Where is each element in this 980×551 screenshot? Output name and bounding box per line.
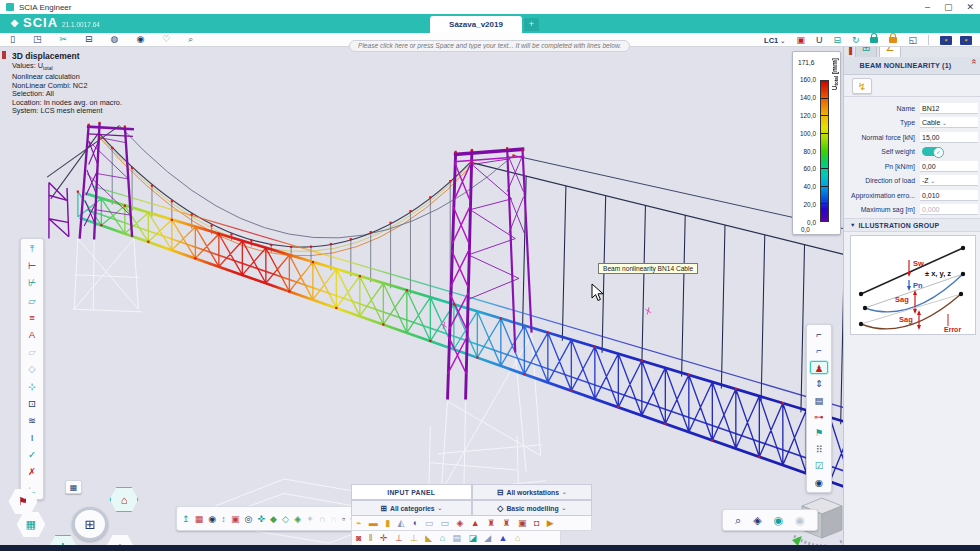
check-icon[interactable]: ✓ — [23, 448, 41, 461]
slab-edge-icon[interactable]: ◣ — [425, 531, 432, 545]
panel-tool-icon[interactable]: ▭ — [425, 516, 434, 530]
solid-icon[interactable]: ◇ — [23, 362, 41, 375]
eu-flag-icon-2[interactable]: ✶ — [960, 36, 972, 45]
section-icon[interactable]: I — [23, 431, 41, 444]
support-tool-icon[interactable]: ▣ — [518, 516, 527, 530]
arrow-tool-icon[interactable]: ▶ — [547, 516, 554, 530]
select-box-icon[interactable]: ☑ — [810, 459, 828, 472]
building-icon[interactable]: ▦ — [16, 511, 46, 538]
house-tool-icon[interactable]: ⌂ — [440, 531, 445, 545]
print-icon[interactable]: ⊟ — [85, 33, 93, 46]
plate-tool-icon[interactable]: ◇ — [282, 514, 289, 524]
property-value[interactable]: 15,00 — [920, 132, 978, 143]
panel-tool-icon[interactable]: ▫ — [342, 514, 345, 524]
box-tool-icon[interactable]: ▣ — [231, 514, 240, 524]
illustration-group-header[interactable]: ▼ ILLUSTRATION GROUP — [844, 218, 980, 232]
property-value[interactable]: BN12 — [920, 103, 978, 114]
copy-icon[interactable]: ▱ — [23, 294, 41, 307]
node-support-icon[interactable]: ⊥ — [410, 531, 418, 545]
collapse-panel-icon[interactable]: « — [969, 59, 979, 73]
visibility-icon[interactable]: ◉ — [136, 33, 144, 46]
disabled-tool-icon-3[interactable]: ∩ — [330, 514, 336, 524]
copy-lock-icon[interactable] — [870, 33, 878, 47]
modelling-select[interactable]: ◇ Basic modelling ⌄ — [472, 500, 593, 516]
property-value[interactable]: on — [920, 146, 978, 157]
roof-tool-icon[interactable]: ◈ — [457, 516, 464, 530]
wall-tool-icon[interactable]: ◖ — [412, 516, 417, 530]
ring-tool-icon[interactable]: ◎ — [245, 514, 253, 524]
storey-icon[interactable]: ▤ — [810, 394, 828, 407]
new-tab-button[interactable]: + — [524, 18, 539, 31]
node-tool-icon[interactable]: ↥ — [182, 514, 190, 524]
hinge-icon[interactable]: ⊹ — [23, 380, 41, 393]
half-slab-icon[interactable]: ◪ — [468, 531, 477, 545]
cross-tool-icon[interactable]: ✜ — [257, 514, 265, 524]
circle-tool-icon[interactable]: ◉ — [208, 514, 216, 524]
truss-tool-icon[interactable]: ♜ — [487, 516, 495, 530]
categories-select[interactable]: ⊞ All categories ⌄ — [351, 500, 472, 516]
beam-tool-icon[interactable]: ⌁ — [356, 516, 361, 530]
property-value[interactable]: 0,000 — [920, 204, 978, 215]
filter-action-button[interactable]: ↯ — [852, 78, 872, 94]
visibility-off-icon[interactable]: ◉ — [795, 514, 805, 527]
key-icon[interactable]: ⊶ — [810, 410, 828, 423]
column-tool-icon[interactable]: ▮ — [385, 516, 390, 530]
workstations-select[interactable]: ⊟ All workstations ⌄ — [472, 484, 593, 500]
maximize-button[interactable]: ▢ — [944, 0, 953, 14]
lock-icon[interactable] — [889, 33, 897, 47]
project-home-icon[interactable]: ⌂ — [109, 486, 139, 513]
tools-icon[interactable]: ✂ — [59, 33, 67, 46]
print-preview-icon[interactable]: ⊟ — [833, 34, 841, 47]
person-load-icon[interactable]: ♟ — [810, 361, 828, 374]
view-3d-icon[interactable]: ◍ — [111, 33, 119, 46]
column-pair-icon[interactable]: ‖ — [369, 531, 373, 545]
property-value[interactable]: 0,010 — [920, 190, 978, 201]
input-panel-title[interactable]: INPUT PANEL — [351, 484, 472, 500]
move-node-icon[interactable]: ⤒ — [23, 242, 41, 255]
disabled-tool-icon-2[interactable]: ∩ — [319, 514, 325, 524]
document-tab[interactable]: Sázava_v2019 — [430, 16, 522, 33]
delete-icon[interactable]: ✗ — [23, 465, 41, 478]
screen-layout-icon[interactable]: ◱ — [908, 34, 917, 47]
command-input[interactable] — [349, 40, 630, 52]
pipe-bend-2-icon[interactable]: ⌐ — [810, 344, 828, 357]
support-point-icon[interactable]: ⊥ — [395, 531, 403, 545]
ramp-tool-icon[interactable]: ◢ — [484, 531, 491, 545]
cross-add-icon[interactable]: ✛ — [380, 531, 388, 545]
move-vertical-icon[interactable]: ⇕ — [810, 377, 828, 390]
shell-tool-icon[interactable]: ◈ — [294, 514, 301, 524]
add-node-icon[interactable]: ⊢ — [23, 259, 41, 272]
property-value[interactable]: 0,00 — [920, 161, 978, 172]
layers-icon[interactable]: ≋ — [23, 414, 41, 427]
load-case-select[interactable]: LC1 ⌄ — [764, 36, 785, 45]
section-box-icon[interactable]: ▣ — [796, 34, 805, 47]
zoom-all-icon[interactable]: ⌕ — [735, 514, 741, 527]
last-used-tool-button[interactable]: ▦ — [65, 480, 82, 494]
member-tool-icon[interactable]: ▬ — [369, 516, 378, 530]
view-cube-icon[interactable]: ◈ — [753, 514, 761, 527]
add-member-icon[interactable]: ⊬ — [23, 276, 41, 289]
minimize-button[interactable]: – — [925, 0, 930, 14]
displacement-icon[interactable]: U — [816, 34, 823, 47]
deck-tool-icon[interactable]: ▤ — [452, 531, 461, 545]
results-flag-icon[interactable]: ⚑ — [8, 488, 38, 515]
property-value[interactable]: Cable — [920, 117, 978, 128]
new-document-icon[interactable]: ▯ — [10, 33, 15, 46]
hinge-tool-icon[interactable]: ◘ — [534, 516, 539, 530]
move-tool-icon[interactable]: ↕ — [221, 514, 226, 524]
open-project-icon[interactable]: ◳ — [33, 33, 42, 46]
grid-center-icon[interactable]: ⊞ — [72, 507, 108, 541]
plate-tool-icon[interactable]: ◭ — [398, 516, 405, 530]
eu-flag-icon-1[interactable]: ✶ — [940, 36, 952, 45]
snap-grid-icon[interactable]: ⠿ — [810, 443, 828, 456]
beam-icon[interactable]: ≡ — [23, 311, 41, 324]
tent-tool-icon[interactable]: ⌂ — [515, 531, 520, 545]
shell-tool-icon[interactable]: ▲ — [471, 516, 480, 530]
flag-icon[interactable]: ⚑ — [810, 426, 828, 439]
close-button[interactable]: ✕ — [966, 0, 974, 14]
solid-tool-icon[interactable]: ◆ — [270, 514, 277, 524]
label-icon[interactable]: A — [23, 328, 41, 341]
load-tool-icon[interactable]: ◙ — [356, 531, 361, 545]
slab-tool-icon[interactable]: ▭ — [441, 516, 450, 530]
pipe-bend-icon[interactable]: ⌐ — [810, 328, 828, 341]
